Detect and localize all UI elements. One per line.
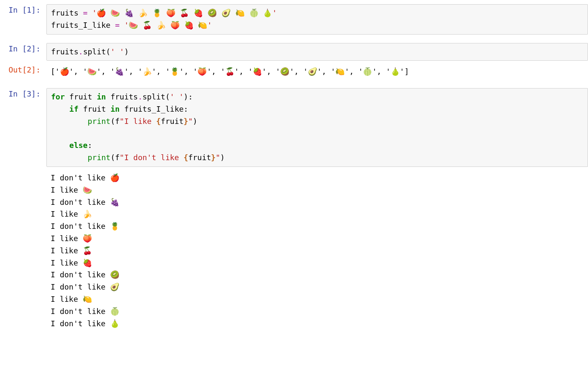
code-token-method: split( [83, 47, 111, 56]
code-token-kw: else [69, 141, 87, 150]
code-token-fstr: " [188, 117, 193, 126]
code-token-var: fruit [78, 105, 111, 113]
code-token-str: '🍉 🍒 🍌 🍑 🍓 🍋' [120, 21, 212, 30]
code-token-builtin: print [88, 117, 111, 126]
code-token-op: . [78, 47, 83, 56]
code-token-var: fruit [65, 92, 97, 101]
code-token-fstr: " [216, 153, 220, 162]
code-token-colon: : [88, 141, 92, 150]
prompt-in-1: In [1]: [0, 4, 46, 35]
code-token-paren: ) [220, 153, 225, 162]
code-token-var: fruits [106, 92, 138, 101]
code-input-1[interactable]: fruits = '🍎 🍉 🍇 🍌 🍍 🍑 🍒 🍓 🥝 🥑 🍋 🍈 🍐' fru… [46, 4, 588, 35]
code-token-var: fruit [188, 153, 211, 162]
cell-2: In [2]: fruits.split(' ') [0, 43, 588, 61]
code-token-var: fruits_I_like: [120, 105, 189, 113]
indent [51, 153, 88, 162]
code-token-interp: } [183, 117, 188, 126]
code-token-fstr: "I like [120, 117, 156, 126]
code-token-close: ) [124, 47, 129, 56]
code-token-fstr: "I don't like [120, 153, 184, 162]
code-token-op: = [115, 21, 120, 30]
code-token-interp: { [156, 117, 161, 126]
code-token-str: ' ' [170, 92, 184, 101]
code-token-interp: { [183, 153, 188, 162]
code-token-op: . [138, 92, 143, 101]
code-token-kw: if [69, 105, 78, 113]
code-token-close: ): [183, 92, 193, 101]
code-token-kw: in [111, 105, 120, 113]
code-token-builtin: print [88, 153, 111, 162]
cell-1: In [1]: fruits = '🍎 🍉 🍇 🍌 🍍 🍑 🍒 🍓 🥝 🥑 🍋 … [0, 4, 588, 35]
code-token-str: '🍎 🍉 🍇 🍌 🍍 🍑 🍒 🍓 🥝 🥑 🍋 🍈 🍐' [88, 8, 277, 17]
prompt-in-2: In [2]: [0, 43, 46, 61]
prompt-in-3: In [3]: [0, 88, 46, 167]
indent [51, 105, 69, 113]
indent [51, 117, 88, 126]
cell-out-2: Out[2]: ['🍎', '🍉', '🍇', '🍌', '🍍', '🍑', '… [0, 64, 588, 80]
code-token-var: fruits [51, 8, 83, 17]
prompt-out-3-empty [0, 170, 46, 331]
code-input-2[interactable]: fruits.split(' ') [46, 43, 588, 61]
output-text-2: ['🍎', '🍉', '🍇', '🍌', '🍍', '🍑', '🍒', '🍓',… [46, 64, 588, 80]
code-token-kw: in [97, 92, 106, 101]
code-token-method: split( [143, 92, 170, 101]
code-token-var: fruit [161, 117, 183, 126]
code-token-interp: } [211, 153, 216, 162]
cell-3: In [3]: for fruit in fruits.split(' '): … [0, 88, 588, 167]
code-token-paren: (f [111, 153, 120, 162]
code-token-paren: ) [193, 117, 197, 126]
code-token-paren: (f [111, 117, 120, 126]
output-text-3: I don't like 🍎 I like 🍉 I don't like 🍇 I… [46, 170, 588, 331]
code-token-var: fruits_I_like [51, 21, 115, 30]
prompt-out-2: Out[2]: [0, 64, 46, 80]
code-token-str: ' ' [111, 47, 124, 56]
code-token-op: = [83, 8, 88, 17]
code-token-kw: for [51, 92, 65, 101]
code-token-var: fruits [51, 47, 78, 56]
code-input-3[interactable]: for fruit in fruits.split(' '): if fruit… [46, 88, 588, 167]
cell-out-3: I don't like 🍎 I like 🍉 I don't like 🍇 I… [0, 170, 588, 331]
indent [51, 141, 69, 150]
